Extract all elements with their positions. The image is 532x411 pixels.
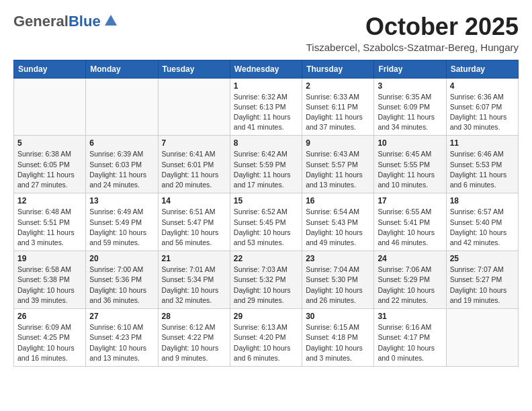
calendar-cell: 14Sunrise: 6:51 AM Sunset: 5:47 PM Dayli… (158, 193, 230, 251)
calendar-cell (86, 78, 158, 136)
day-number: 23 (306, 254, 370, 263)
weekday-header-wednesday: Wednesday (230, 60, 302, 78)
day-info: Sunrise: 6:38 AM Sunset: 6:05 PM Dayligh… (17, 149, 82, 190)
day-info: Sunrise: 6:33 AM Sunset: 6:11 PM Dayligh… (306, 92, 370, 133)
day-number: 22 (234, 254, 298, 263)
calendar-cell: 10Sunrise: 6:45 AM Sunset: 5:55 PM Dayli… (374, 136, 446, 193)
calendar-cell: 13Sunrise: 6:49 AM Sunset: 5:49 PM Dayli… (86, 193, 158, 251)
calendar-cell: 30Sunrise: 6:15 AM Sunset: 4:18 PM Dayli… (302, 309, 374, 367)
day-number: 29 (234, 312, 298, 321)
day-info: Sunrise: 7:04 AM Sunset: 5:30 PM Dayligh… (306, 265, 370, 306)
day-info: Sunrise: 6:13 AM Sunset: 4:20 PM Dayligh… (234, 322, 298, 363)
day-number: 7 (162, 138, 226, 148)
calendar-cell: 28Sunrise: 6:12 AM Sunset: 4:22 PM Dayli… (158, 309, 230, 367)
day-info: Sunrise: 6:52 AM Sunset: 5:45 PM Dayligh… (234, 207, 298, 248)
calendar-cell: 20Sunrise: 7:00 AM Sunset: 5:36 PM Dayli… (86, 251, 158, 309)
day-info: Sunrise: 6:43 AM Sunset: 5:57 PM Dayligh… (306, 149, 370, 190)
day-number: 27 (89, 312, 154, 321)
calendar-cell (14, 78, 86, 136)
calendar-cell: 3Sunrise: 6:35 AM Sunset: 6:09 PM Daylig… (374, 78, 446, 136)
title-block: October 2025 Tiszabercel, Szabolcs-Szatm… (306, 13, 519, 53)
calendar-cell: 6Sunrise: 6:39 AM Sunset: 6:03 PM Daylig… (86, 136, 158, 193)
day-info: Sunrise: 6:46 AM Sunset: 5:53 PM Dayligh… (450, 149, 515, 190)
weekday-header-sunday: Sunday (14, 60, 86, 78)
logo: GeneralBlue (13, 13, 118, 30)
day-number: 31 (378, 312, 442, 321)
calendar-week-row: 1Sunrise: 6:32 AM Sunset: 6:13 PM Daylig… (14, 78, 519, 136)
day-info: Sunrise: 6:15 AM Sunset: 4:18 PM Dayligh… (306, 322, 370, 363)
day-number: 21 (162, 254, 226, 263)
day-info: Sunrise: 6:48 AM Sunset: 5:51 PM Dayligh… (17, 207, 82, 248)
calendar-cell: 1Sunrise: 6:32 AM Sunset: 6:13 PM Daylig… (230, 78, 302, 136)
day-info: Sunrise: 6:32 AM Sunset: 6:13 PM Dayligh… (234, 92, 298, 133)
logo-icon (103, 13, 118, 28)
day-info: Sunrise: 6:57 AM Sunset: 5:40 PM Dayligh… (450, 207, 515, 248)
calendar-cell: 25Sunrise: 7:07 AM Sunset: 5:27 PM Dayli… (446, 251, 518, 309)
svg-marker-0 (105, 15, 117, 26)
calendar-week-row: 5Sunrise: 6:38 AM Sunset: 6:05 PM Daylig… (14, 136, 519, 193)
calendar-cell: 26Sunrise: 6:09 AM Sunset: 4:25 PM Dayli… (14, 309, 86, 367)
day-number: 24 (378, 254, 442, 263)
day-number: 4 (450, 81, 515, 91)
day-info: Sunrise: 6:41 AM Sunset: 6:01 PM Dayligh… (162, 149, 226, 190)
day-number: 19 (17, 254, 82, 263)
day-info: Sunrise: 7:00 AM Sunset: 5:36 PM Dayligh… (89, 265, 154, 306)
day-info: Sunrise: 6:58 AM Sunset: 5:38 PM Dayligh… (17, 265, 82, 306)
calendar-cell: 12Sunrise: 6:48 AM Sunset: 5:51 PM Dayli… (14, 193, 86, 251)
day-number: 8 (234, 138, 298, 148)
calendar-cell (446, 309, 518, 367)
day-number: 14 (162, 196, 226, 205)
weekday-header-row: SundayMondayTuesdayWednesdayThursdayFrid… (14, 60, 519, 78)
calendar-cell: 22Sunrise: 7:03 AM Sunset: 5:32 PM Dayli… (230, 251, 302, 309)
day-number: 15 (234, 196, 298, 205)
day-info: Sunrise: 6:55 AM Sunset: 5:41 PM Dayligh… (378, 207, 442, 248)
weekday-header-tuesday: Tuesday (158, 60, 230, 78)
calendar-cell: 5Sunrise: 6:38 AM Sunset: 6:05 PM Daylig… (14, 136, 86, 193)
calendar-week-row: 12Sunrise: 6:48 AM Sunset: 5:51 PM Dayli… (14, 193, 519, 251)
calendar-cell: 31Sunrise: 6:16 AM Sunset: 4:17 PM Dayli… (374, 309, 446, 367)
weekday-header-thursday: Thursday (302, 60, 374, 78)
day-info: Sunrise: 7:03 AM Sunset: 5:32 PM Dayligh… (234, 265, 298, 306)
logo-text: GeneralBlue (13, 13, 101, 30)
day-info: Sunrise: 6:49 AM Sunset: 5:49 PM Dayligh… (89, 207, 154, 248)
day-number: 28 (162, 312, 226, 321)
day-info: Sunrise: 7:07 AM Sunset: 5:27 PM Dayligh… (450, 265, 515, 306)
day-number: 10 (378, 138, 442, 148)
calendar-cell: 18Sunrise: 6:57 AM Sunset: 5:40 PM Dayli… (446, 193, 518, 251)
calendar-cell: 24Sunrise: 7:06 AM Sunset: 5:29 PM Dayli… (374, 251, 446, 309)
day-number: 13 (89, 196, 154, 205)
day-info: Sunrise: 6:39 AM Sunset: 6:03 PM Dayligh… (89, 149, 154, 190)
calendar-cell: 11Sunrise: 6:46 AM Sunset: 5:53 PM Dayli… (446, 136, 518, 193)
day-info: Sunrise: 6:12 AM Sunset: 4:22 PM Dayligh… (162, 322, 226, 363)
location: Tiszabercel, Szabolcs-Szatmar-Bereg, Hun… (306, 42, 519, 53)
day-number: 2 (306, 81, 370, 91)
calendar-cell: 19Sunrise: 6:58 AM Sunset: 5:38 PM Dayli… (14, 251, 86, 309)
calendar-cell: 2Sunrise: 6:33 AM Sunset: 6:11 PM Daylig… (302, 78, 374, 136)
day-number: 17 (378, 196, 442, 205)
day-info: Sunrise: 6:10 AM Sunset: 4:23 PM Dayligh… (89, 322, 154, 363)
day-number: 18 (450, 196, 515, 205)
calendar-cell: 17Sunrise: 6:55 AM Sunset: 5:41 PM Dayli… (374, 193, 446, 251)
calendar-week-row: 26Sunrise: 6:09 AM Sunset: 4:25 PM Dayli… (14, 309, 519, 367)
day-info: Sunrise: 6:09 AM Sunset: 4:25 PM Dayligh… (17, 322, 82, 363)
calendar-cell: 8Sunrise: 6:42 AM Sunset: 5:59 PM Daylig… (230, 136, 302, 193)
day-number: 30 (306, 312, 370, 321)
day-number: 26 (17, 312, 82, 321)
day-number: 16 (306, 196, 370, 205)
weekday-header-saturday: Saturday (446, 60, 518, 78)
day-info: Sunrise: 6:35 AM Sunset: 6:09 PM Dayligh… (378, 92, 442, 133)
day-info: Sunrise: 6:51 AM Sunset: 5:47 PM Dayligh… (162, 207, 226, 248)
calendar-cell: 23Sunrise: 7:04 AM Sunset: 5:30 PM Dayli… (302, 251, 374, 309)
day-info: Sunrise: 6:16 AM Sunset: 4:17 PM Dayligh… (378, 322, 442, 363)
day-info: Sunrise: 7:06 AM Sunset: 5:29 PM Dayligh… (378, 265, 442, 306)
weekday-header-friday: Friday (374, 60, 446, 78)
day-number: 1 (234, 81, 298, 91)
calendar-cell: 16Sunrise: 6:54 AM Sunset: 5:43 PM Dayli… (302, 193, 374, 251)
day-number: 6 (89, 138, 154, 148)
day-number: 11 (450, 138, 515, 148)
calendar-cell: 7Sunrise: 6:41 AM Sunset: 6:01 PM Daylig… (158, 136, 230, 193)
day-info: Sunrise: 7:01 AM Sunset: 5:34 PM Dayligh… (162, 265, 226, 306)
calendar-cell (158, 78, 230, 136)
day-number: 9 (306, 138, 370, 148)
day-number: 3 (378, 81, 442, 91)
